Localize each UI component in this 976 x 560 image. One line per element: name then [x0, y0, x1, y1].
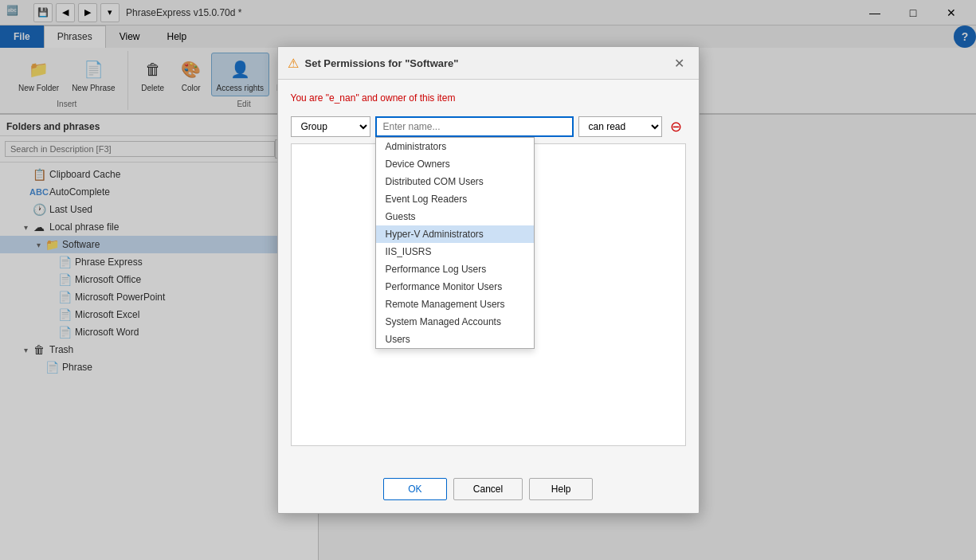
remove-permission-button[interactable]: ⊖ — [667, 117, 686, 136]
modal-header: ⚠ Set Permissions for "Software" ✕ — [278, 47, 699, 80]
dropdown-item-performance-log-users[interactable]: Performance Log Users — [376, 260, 534, 278]
name-dropdown-list: Administrators Device Owners Distributed… — [375, 137, 535, 349]
dropdown-item-iis-iusrs[interactable]: IIS_IUSRS — [376, 243, 534, 260]
name-input[interactable] — [375, 116, 574, 137]
ok-button[interactable]: OK — [383, 478, 447, 500]
modal-overlay: ⚠ Set Permissions for "Software" ✕ You a… — [0, 0, 976, 560]
modal-info-text: You are "e_nan" and owner of this item — [291, 92, 686, 104]
dropdown-item-hyper-v-admins[interactable]: Hyper-V Administrators — [376, 225, 534, 243]
dropdown-item-guests[interactable]: Guests — [376, 208, 534, 225]
modal-title-icon: ⚠ — [288, 56, 299, 71]
dropdown-item-users[interactable]: Users — [376, 331, 534, 348]
permissions-modal: ⚠ Set Permissions for "Software" ✕ You a… — [277, 46, 700, 514]
modal-help-button[interactable]: Help — [529, 478, 593, 500]
dropdown-item-distributed-com-users[interactable]: Distributed COM Users — [376, 173, 534, 190]
dropdown-item-system-managed-accounts[interactable]: System Managed Accounts — [376, 313, 534, 331]
cancel-button[interactable]: Cancel — [453, 478, 523, 500]
dropdown-item-remote-management-users[interactable]: Remote Management Users — [376, 296, 534, 313]
group-type-select[interactable]: Group User — [291, 116, 370, 137]
dropdown-item-event-log-readers[interactable]: Event Log Readers — [376, 190, 534, 208]
permissions-row: Group User can read can write can manage… — [291, 116, 686, 137]
modal-title: Set Permissions for "Software" — [305, 57, 670, 69]
modal-body: You are "e_nan" and owner of this item G… — [278, 80, 699, 472]
dropdown-item-performance-monitor-users[interactable]: Performance Monitor Users — [376, 278, 534, 296]
dropdown-item-administrators[interactable]: Administrators — [376, 138, 534, 155]
modal-footer: OK Cancel Help — [278, 472, 699, 513]
dropdown-item-device-owners[interactable]: Device Owners — [376, 155, 534, 173]
permission-select[interactable]: can read can write can manage — [578, 116, 662, 137]
modal-close-button[interactable]: ✕ — [670, 53, 689, 72]
